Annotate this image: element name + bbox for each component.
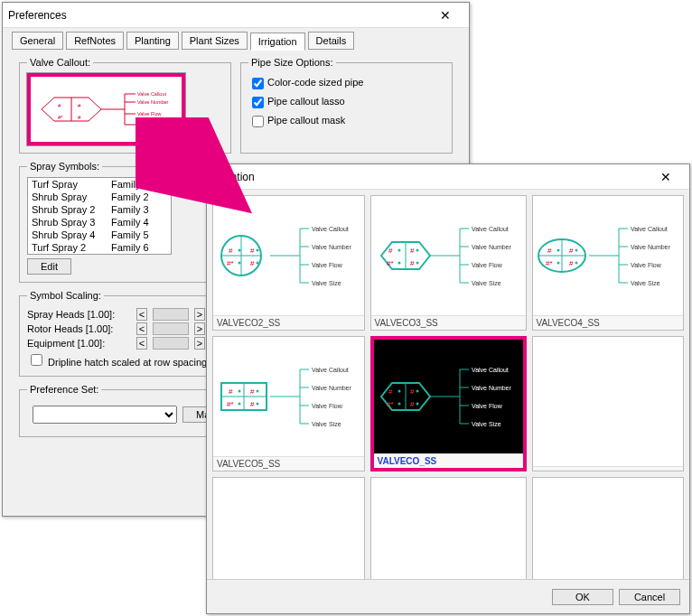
pipe-opt-1[interactable]: Pipe callout lasso <box>248 94 444 111</box>
close-icon[interactable]: ✕ <box>648 165 684 189</box>
picker-preview <box>533 337 684 466</box>
svg-text:#*: #* <box>546 259 553 267</box>
spray-row: Shrub SprayFamily 2 <box>28 191 171 203</box>
picker-cell-name: VALVECO5_SS <box>213 456 364 471</box>
svg-text:Valve Flow: Valve Flow <box>137 111 162 117</box>
svg-text:Valve Size: Valve Size <box>312 421 341 427</box>
picker-preview: ## #*# Valve Callout Valve Number Valve … <box>374 340 523 453</box>
tab-details[interactable]: Details <box>308 32 355 50</box>
picker-cell[interactable]: ## #*# Valve Callout Valve Number Valve … <box>212 195 365 331</box>
svg-text:#: # <box>410 247 415 255</box>
svg-text:Valve Size: Valve Size <box>631 280 660 286</box>
svg-point-63 <box>575 249 578 252</box>
svg-text:Valve Callout: Valve Callout <box>312 367 349 373</box>
tab-plant-sizes[interactable]: Plant Sizes <box>182 32 248 50</box>
picker-cell[interactable]: ## #*# Valve Callout Valve Number Valve … <box>370 336 527 471</box>
spray-row: Shrub Spray 4Family 5 <box>28 229 171 241</box>
svg-text:Valve Number: Valve Number <box>312 385 352 391</box>
valve-callout-group: Valve Callout: <box>19 57 231 154</box>
picker-body: ## #*# Valve Callout Valve Number Valve … <box>207 190 689 579</box>
svg-text:Valve Flow: Valve Flow <box>472 403 503 409</box>
svg-text:#*: #* <box>58 115 63 120</box>
pipe-opt-1-label: Pipe callout lasso <box>267 96 345 107</box>
tab-irrigation[interactable]: Irrigation <box>250 33 305 51</box>
tab-planting[interactable]: Planting <box>126 32 179 50</box>
pipe-opt-0-checkbox[interactable] <box>252 78 264 89</box>
increment-button[interactable]: > <box>194 322 205 335</box>
cancel-button[interactable]: Cancel <box>619 589 680 605</box>
prefs-tabs: General RefNotes Planting Plant Sizes Ir… <box>3 28 469 50</box>
valve-callout-thumb[interactable]: ## #*# Valve Callout Valve Number Valve … <box>27 73 185 145</box>
pipe-size-options: Pipe Size Options: Color-code sized pipe… <box>240 57 453 154</box>
close-icon[interactable]: ✕ <box>427 4 463 27</box>
svg-text:Valve Number: Valve Number <box>472 385 512 391</box>
decrement-button[interactable]: < <box>136 308 147 321</box>
svg-point-24 <box>238 262 240 265</box>
dripline-checkbox[interactable] <box>31 354 42 366</box>
ok-button[interactable]: OK <box>552 589 613 605</box>
picker-preview: ## #*# Valve Callout Valve Number Valve … <box>371 196 526 315</box>
svg-text:#: # <box>229 387 233 396</box>
prefs-title: Preferences <box>8 9 427 22</box>
slider[interactable] <box>153 337 189 350</box>
svg-text:Valve Size: Valve Size <box>472 280 501 286</box>
svg-text:#: # <box>250 247 255 255</box>
slider[interactable] <box>153 308 189 321</box>
pipe-opt-0[interactable]: Color-code sized pipe <box>248 75 444 92</box>
picker-cell[interactable] <box>532 477 685 579</box>
svg-point-22 <box>238 249 240 252</box>
picker-cell-name: VALVECO3_SS <box>371 315 526 330</box>
picker-cell[interactable]: ## #*# Valve Callout Valve Number Valve … <box>212 336 365 471</box>
spray-row: Shrub Spray 3Family 4 <box>28 216 171 229</box>
svg-text:#: # <box>229 247 233 255</box>
svg-text:Valve Size: Valve Size <box>137 122 161 127</box>
pipe-opt-2[interactable]: Pipe callout mask <box>248 113 444 130</box>
slider[interactable] <box>153 322 189 335</box>
picker-cell[interactable] <box>532 336 685 471</box>
svg-text:Valve Flow: Valve Flow <box>472 262 503 268</box>
pipe-opt-2-checkbox[interactable] <box>252 116 264 127</box>
svg-point-85 <box>238 403 240 406</box>
svg-text:#: # <box>410 400 415 408</box>
prefs-titlebar: Preferences ✕ <box>3 3 469 28</box>
pipe-opt-1-checkbox[interactable] <box>252 97 264 108</box>
picker-cell[interactable]: ## #*# Valve Callout Valve Number Valve … <box>532 195 685 331</box>
svg-text:#: # <box>78 115 81 120</box>
tab-refnotes[interactable]: RefNotes <box>66 32 124 50</box>
svg-point-104 <box>397 403 400 406</box>
picker-grid: ## #*# Valve Callout Valve Number Valve … <box>212 195 684 579</box>
edit-button[interactable]: Edit <box>27 258 71 275</box>
dripline-checkbox-row[interactable]: Dripline hatch scaled at row spacing <box>27 357 207 368</box>
prefset-select[interactable] <box>33 406 177 424</box>
irrigation-picker-window: Irrigation ✕ ## #*# Valve Callout Valve … <box>206 163 690 614</box>
svg-text:Valve Number: Valve Number <box>137 99 169 105</box>
picker-cell-name <box>533 466 684 471</box>
svg-text:Valve Size: Valve Size <box>472 421 501 427</box>
scale-label: Equipment [1.00]: <box>27 338 131 349</box>
spray-row: Turf Spray 2Family 6 <box>28 241 171 254</box>
tab-general[interactable]: General <box>12 32 63 50</box>
picker-cell[interactable] <box>370 477 527 579</box>
svg-text:Valve Flow: Valve Flow <box>631 262 662 268</box>
spray-row: Shrub Spray 2Family 3 <box>28 203 171 216</box>
spray-legend: Spray Symbols: <box>27 161 102 172</box>
svg-text:Valve Callout: Valve Callout <box>472 226 509 232</box>
svg-point-23 <box>256 249 258 252</box>
svg-text:#: # <box>250 400 255 408</box>
picker-preview <box>371 478 526 579</box>
picker-cell-name: VALVECO_SS <box>374 453 523 468</box>
increment-button[interactable]: > <box>194 337 205 350</box>
svg-text:#: # <box>388 387 393 396</box>
svg-point-43 <box>397 262 400 265</box>
picker-cell[interactable]: ## #*# Valve Callout Valve Number Valve … <box>370 195 527 331</box>
svg-text:#: # <box>58 103 61 108</box>
svg-text:#: # <box>388 247 393 255</box>
picker-preview: ## #*# Valve Callout Valve Number Valve … <box>213 337 364 456</box>
decrement-button[interactable]: < <box>136 337 147 350</box>
increment-button[interactable]: > <box>194 308 205 321</box>
decrement-button[interactable]: < <box>136 322 147 335</box>
pipe-opt-2-label: Pipe callout mask <box>267 115 345 126</box>
spray-table[interactable]: Turf SprayFamily 1 Shrub SprayFamily 2 S… <box>27 177 172 255</box>
dripline-label: Dripline hatch scaled at row spacing <box>48 357 207 368</box>
picker-cell[interactable] <box>212 477 365 579</box>
